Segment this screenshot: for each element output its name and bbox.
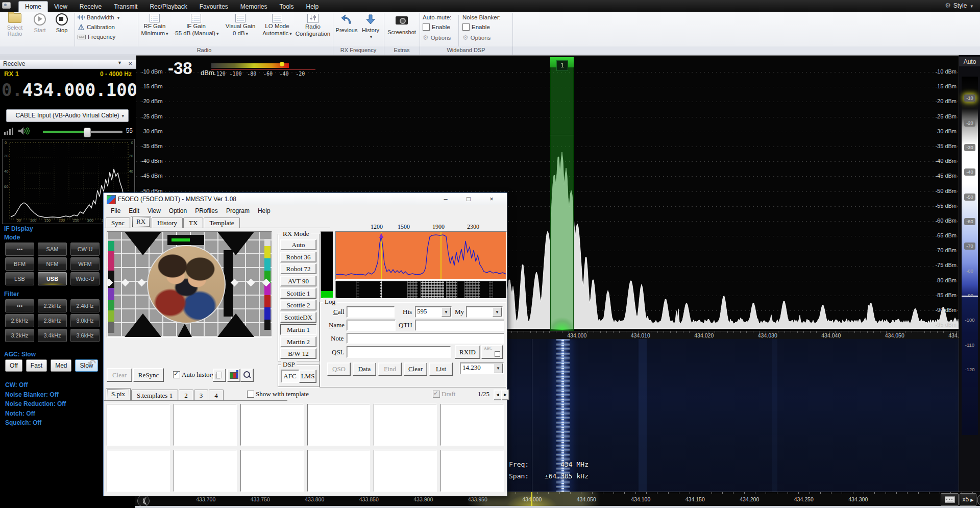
agc-section-label[interactable]: AGC: Slow [4,351,36,358]
rx-mode-scottie-1[interactable]: Scottie 1 [280,288,316,299]
menu-view[interactable]: View [143,207,165,214]
rx-mode-scottiedx[interactable]: ScottieDX [280,312,316,323]
ribbon-tab-favourites[interactable]: Favourites [193,2,234,12]
ribbon-tab-view[interactable]: View [48,2,74,12]
volume-slider-thumb[interactable] [84,128,91,137]
minimize-icon[interactable]: – [438,194,453,204]
dropdown-button[interactable]: ▼ [494,364,503,373]
gear-icon[interactable]: ⚙ [945,2,951,9]
abc-text-button[interactable]: ABC [481,345,503,359]
ribbon-tab-transmit[interactable]: Transmit [108,2,143,12]
agc-button-off[interactable]: Off [5,359,22,372]
stop-button[interactable]: Stop [51,13,72,33]
style-button[interactable]: Style [953,2,967,9]
rx-mode-avt-90[interactable]: AVT 90 [280,276,316,286]
mode-button-sam[interactable]: SAM [38,243,67,256]
frequency-display[interactable]: 0.434.000.100 [2,80,137,100]
if-gain-button[interactable]: IF Gain -55 dB (Manual) [172,14,220,37]
his-rst-combobox[interactable]: 595 ▼ [415,306,452,318]
rx-mode-scottie-2[interactable]: Scottie 2 [280,300,316,310]
filter-button-2-4khz[interactable]: 2.4kHz [70,299,100,312]
template-thumbnail[interactable] [240,404,304,446]
mode-button-cw-u[interactable]: CW-U [70,243,100,256]
log-button-data[interactable]: Data [353,362,376,376]
draft-checkbox[interactable] [433,391,440,398]
mmsstv-tab-history[interactable]: History [152,217,183,228]
filter-button-item[interactable]: ••• [5,299,34,312]
screenshot-button[interactable]: Screenshot [386,13,418,35]
close-icon[interactable]: × [128,60,132,67]
agc-undo-icon[interactable]: ↶ [88,357,96,369]
filter-button-2-8khz[interactable]: 2.8kHz [38,314,67,327]
start-button[interactable]: Start [30,13,50,33]
mode-button-wide-u[interactable]: Wide-U [70,272,100,285]
menu-program[interactable]: Program [222,207,254,214]
noise-blanker-options-button[interactable]: ⚙Options [462,34,491,41]
template-thumbnail[interactable] [440,450,504,492]
pix-tab-4[interactable]: 4 [209,390,224,401]
frequency-button[interactable]: Frequency [78,34,115,40]
mmsstv-tab-tx[interactable]: TX [183,217,203,228]
receive-panel-header[interactable]: Receive ▼ × [0,60,136,69]
menu-file[interactable]: File [107,207,125,214]
rx-mode-b-w-12[interactable]: B/W 12 [280,348,316,359]
template-thumbnail[interactable] [374,450,437,492]
pix-tab-2[interactable]: 2 [179,390,193,401]
page-next-button[interactable]: ► [501,390,509,400]
rxid-button[interactable]: RXID [455,345,480,359]
status-notch-off[interactable]: Notch: Off [5,409,66,419]
mode-button-wfm[interactable]: WFM [70,257,100,271]
show-with-template-checkbox[interactable] [247,391,254,398]
menu-profiles[interactable]: PRofiles [191,207,222,214]
mode-button-lsb[interactable]: LSB [5,272,34,285]
rx-mode-martin-2[interactable]: Martin 2 [280,336,316,347]
magnifier-button[interactable] [240,369,254,382]
filter-button-3-6khz[interactable]: 3.6kHz [70,329,100,342]
mode-button-nfm[interactable]: NFM [38,257,67,271]
agc-button-med[interactable]: Med [51,359,71,372]
ribbon-tab-home[interactable]: Home [18,1,48,12]
visual-gain-button[interactable]: Visual Gain 0 dB [222,14,259,37]
rx-mode-martin-1[interactable]: Martin 1 [280,324,316,335]
auto-mute-options-button[interactable]: ⚙Options [423,34,451,41]
sstv-fft-display[interactable] [335,231,507,280]
my-rst-combobox[interactable]: ▼ [466,306,503,318]
pix-tab-s-templates-1[interactable]: S.templates 1 [131,390,178,401]
rx-passband-marker[interactable] [550,57,574,331]
keyboard-entry-button[interactable] [941,493,959,506]
log-button-clear[interactable]: Clear [404,362,427,376]
ribbon-tab-help[interactable]: Help [300,2,325,12]
template-thumbnail[interactable] [174,450,237,492]
noise-blanker-enable-checkbox[interactable]: Enable [462,23,490,31]
previous-frequency-button[interactable]: Previous [335,13,358,33]
mode-button-bfm[interactable]: BFM [5,257,34,271]
ribbon-tab-tools[interactable]: Tools [274,2,300,12]
volume-slider[interactable] [43,131,122,133]
mode-button-item[interactable]: ••• [5,243,34,256]
page-previous-button[interactable]: ◄ [494,390,502,400]
filter-button-3-0khz[interactable]: 3.0kHz [70,314,100,327]
mode-button-usb[interactable]: USB [38,272,67,285]
filter-button-3-4khz[interactable]: 3.4kHz [38,329,67,342]
radio-configuration-button[interactable]: Radio Configuration [295,14,331,37]
template-thumbnail[interactable] [374,404,437,446]
chevron-down-icon[interactable] [969,2,973,9]
zoom-level-button[interactable]: x5▶ [960,493,976,506]
menu-help[interactable]: Help [254,207,275,214]
template-thumbnail[interactable] [440,404,504,446]
scroll-left-button[interactable] [137,495,150,506]
template-thumbnail[interactable] [107,450,170,492]
lo-mode-button[interactable]: LO Mode Automatic [260,14,294,37]
ribbon-tab-memories[interactable]: Memories [234,2,274,12]
dropdown-button[interactable]: ▼ [493,307,502,317]
rf-gain-button[interactable]: RF Gain Minimum [139,14,170,37]
dropdown-button[interactable]: ▼ [442,307,451,317]
copy-image-button[interactable] [213,369,226,382]
lms-button[interactable]: LMS [299,370,316,383]
template-thumbnail[interactable] [307,404,371,446]
call-input[interactable] [347,306,395,318]
chevron-down-icon[interactable]: ▼ [117,60,122,65]
auto-history-checkbox[interactable] [173,371,180,378]
calibration-button[interactable]: Calibration [78,24,115,30]
history-button[interactable]: History [359,13,382,40]
